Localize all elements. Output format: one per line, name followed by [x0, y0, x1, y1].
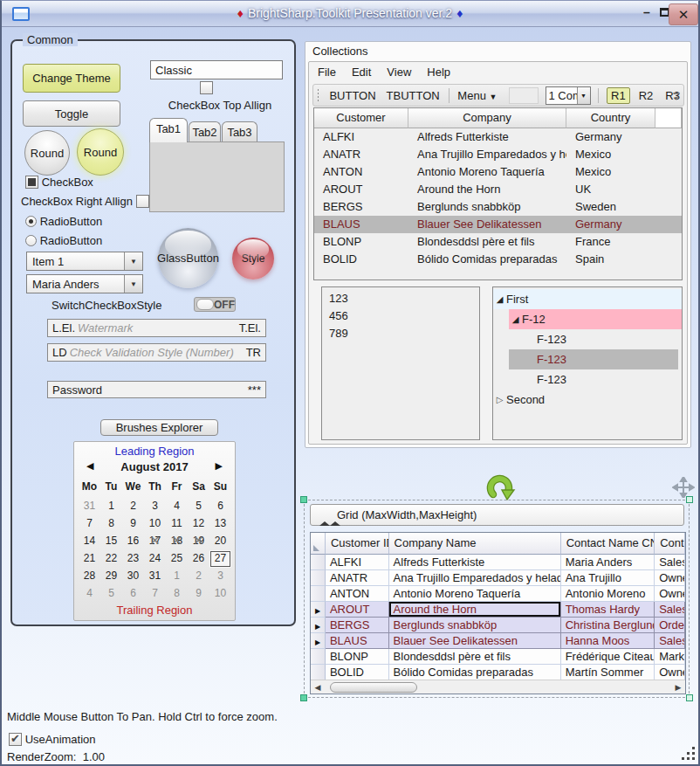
listbox-item[interactable]: 456 — [322, 307, 479, 325]
listview-row[interactable]: AROUTAround the HornUK — [314, 181, 682, 198]
datagrid-cell[interactable]: Bólido Comidas preparadas — [389, 665, 561, 680]
listbox-item[interactable]: 123 — [322, 290, 479, 307]
toolbar-textbox[interactable] — [509, 87, 538, 104]
datagrid-row-header[interactable]: ▶ — [311, 618, 326, 633]
datagrid-cell[interactable]: Antonio Moreno Taquería — [389, 586, 561, 602]
datagrid-cell[interactable]: Frédérique Citeaux — [561, 649, 655, 665]
resize-grip[interactable] — [682, 747, 696, 761]
calendar-day[interactable]: 25 — [166, 550, 188, 568]
calendar-day[interactable]: 7 — [79, 515, 100, 533]
datagrid-row[interactable]: ALFKIAlfreds FutterkisteMaria AndersSale… — [311, 555, 685, 570]
calendar-day[interactable]: 3 — [144, 498, 166, 515]
calendar-day[interactable]: 9 — [188, 585, 209, 603]
datagrid-row-header[interactable] — [311, 586, 326, 602]
datagrid-select-all-corner[interactable] — [311, 533, 326, 555]
datagrid-row[interactable]: ANATRAna Trujillo Emparedados y heladosA… — [311, 570, 685, 586]
scrollbar-thumb[interactable] — [330, 682, 417, 693]
adorner-handle[interactable] — [686, 694, 693, 701]
listview-column-header[interactable]: Customer — [314, 108, 408, 128]
undo-rotate-icon[interactable] — [484, 472, 516, 503]
move-cross-icon[interactable] — [672, 477, 695, 498]
listview-row[interactable]: BOLIDBólido Comidas preparadasSpain — [314, 251, 682, 268]
adorner-handle[interactable] — [300, 496, 307, 503]
calendar-day[interactable]: 27 — [209, 550, 231, 568]
password-input[interactable]: Password *** — [47, 381, 266, 398]
combo-item[interactable]: Item 1 ▼ — [26, 252, 143, 271]
checkbox-top-align[interactable] — [200, 81, 213, 94]
datagrid-row[interactable]: ▶BERGSBerglunds snabbköpChristina Berglu… — [311, 618, 685, 633]
datagrid-row-header[interactable]: ▶ — [311, 602, 326, 618]
datagrid-row[interactable]: ANTONAntonio Moreno TaqueríaAntonio More… — [311, 586, 685, 602]
style-button[interactable]: Style — [232, 238, 274, 279]
datagrid-row-header[interactable] — [311, 555, 326, 570]
menu-item-view[interactable]: View — [387, 66, 411, 79]
calendar-day[interactable]: 20 — [209, 533, 231, 550]
switch-thumb[interactable] — [196, 299, 214, 310]
toolbar-button[interactable]: BUTTON — [324, 89, 381, 102]
datagrid-cell[interactable]: ANTON — [326, 586, 389, 602]
calendar-day[interactable]: 22 — [100, 550, 122, 568]
tree-item[interactable]: ◢First — [493, 289, 682, 309]
minimize-button[interactable]: – — [639, 5, 655, 22]
datagrid-row[interactable]: ▶AROUTAround the HornThomas HardySales — [311, 602, 685, 618]
tree-item[interactable]: F-123 — [509, 369, 682, 390]
scroll-right-icon[interactable]: ▶ — [671, 683, 685, 692]
scroll-left-icon[interactable]: ◀ — [311, 683, 325, 692]
combo-dropdown-button[interactable]: ▼ — [124, 275, 142, 293]
menu-item-edit[interactable]: Edit — [352, 66, 371, 79]
close-button[interactable]: ✕ — [669, 3, 698, 25]
brushes-explorer-button[interactable]: Brushes Explorer — [100, 419, 218, 436]
datagrid-cell[interactable]: Hanna Moos — [561, 633, 655, 649]
calendar-day[interactable]: 13 — [209, 515, 231, 533]
calendar-month-label[interactable]: August 2017 — [74, 460, 235, 473]
listview-row[interactable]: ANATRAna Trujillo Emparedados y helaMexi… — [314, 146, 682, 163]
radio-button-2[interactable]: RadioButton — [25, 234, 102, 247]
watermark-input[interactable]: L.El. Watermark T.El. — [47, 319, 266, 337]
datagrid-hscrollbar[interactable]: ◀ ▶ — [311, 680, 685, 694]
calendar-day[interactable]: 18✕ — [166, 533, 188, 550]
datagrid-cell[interactable]: BOLID — [326, 665, 389, 680]
listview-row[interactable]: ANTONAntonio Moreno TaqueríaMexico — [314, 163, 682, 181]
calendar-day[interactable]: 23 — [122, 550, 144, 568]
calendar-day[interactable]: 5 — [100, 585, 122, 603]
toolbar-radio-r1[interactable]: R1 — [607, 87, 630, 104]
calendar-day[interactable]: 9 — [122, 515, 144, 533]
datagrid-column-header[interactable]: Company Name — [389, 533, 561, 555]
tab-tab3[interactable]: Tab3 — [222, 121, 257, 142]
calendar-day[interactable]: 6 — [209, 498, 231, 515]
listview-column-header[interactable]: Country — [566, 108, 655, 128]
calendar-day[interactable]: 7 — [144, 585, 166, 603]
calendar-day[interactable]: 31 — [144, 568, 166, 585]
expanded-toggle-icon[interactable]: ◢ — [509, 309, 522, 329]
datagrid-row-header[interactable] — [311, 665, 326, 680]
grid-expander-header[interactable]: Grid (MaxWidth,MaxHeight) — [310, 504, 684, 526]
datagrid-column-header[interactable]: Contact Name CN — [561, 533, 655, 555]
toggle-button[interactable]: Toggle — [23, 100, 120, 127]
calendar-day[interactable]: 2 — [122, 498, 144, 515]
tab-tab1[interactable]: Tab1 — [149, 118, 188, 142]
datagrid-row-header[interactable]: ▶ — [311, 633, 326, 649]
collapsed-toggle-icon[interactable]: ▷ — [493, 390, 506, 410]
datagrid-cell[interactable]: Around the Horn — [389, 602, 561, 618]
calendar-day[interactable]: 10 — [209, 585, 231, 603]
datagrid-cell[interactable]: Thomas Hardy — [561, 602, 655, 618]
calendar-day[interactable]: 11 — [166, 515, 188, 533]
datagrid-cell[interactable]: Sales — [655, 602, 685, 618]
switch-checkbox[interactable]: OFF — [194, 297, 236, 312]
menu-item-file[interactable]: File — [318, 66, 336, 79]
datagrid-row[interactable]: ▶BLAUSBlauer See DelikatessenHanna MoosS… — [311, 633, 685, 649]
calendar-day[interactable]: 14 — [79, 533, 100, 550]
combo-dropdown-button[interactable]: ▼ — [577, 87, 590, 104]
combo-dropdown-button[interactable]: ▼ — [124, 252, 142, 270]
calendar-day[interactable]: 12 — [188, 515, 209, 533]
calendar-day[interactable]: 5 — [188, 498, 209, 515]
datagrid-cell[interactable]: Ana Trujillo Emparedados y helados — [389, 570, 561, 586]
validation-input[interactable]: LD Check Validation Style (Number) TR — [47, 343, 266, 362]
datagrid-cell[interactable]: Berglunds snabbköp — [389, 618, 561, 633]
calendar-day[interactable]: 6 — [122, 585, 144, 603]
datagrid-cell[interactable]: BLONP — [326, 649, 389, 665]
datagrid-cell[interactable]: Owne — [655, 665, 685, 680]
datagrid-cell[interactable]: BERGS — [326, 618, 389, 633]
toolbar-combobox[interactable]: 1 Com ▼ — [546, 86, 591, 105]
toolbar-menu-button[interactable]: Menu ▼ — [452, 89, 502, 102]
